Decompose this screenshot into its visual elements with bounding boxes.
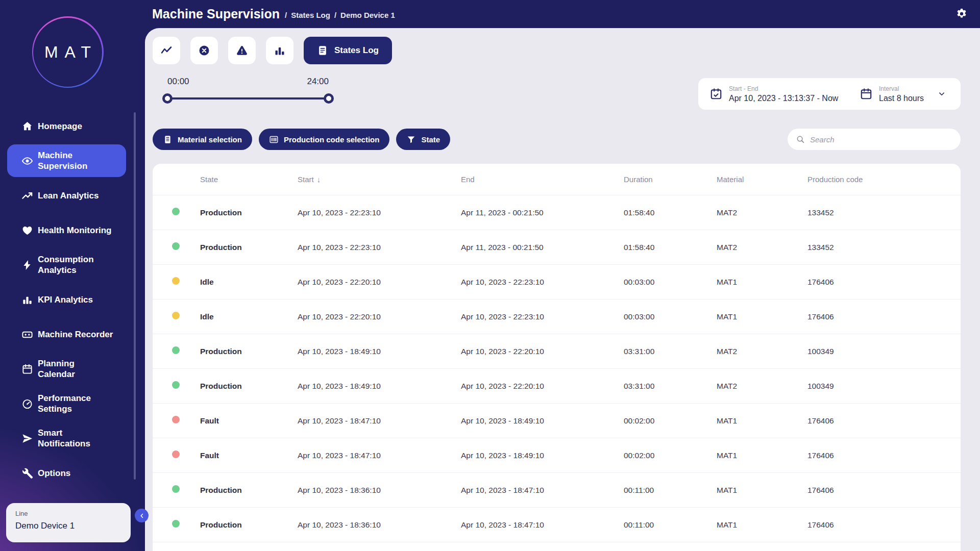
cell-duration: 00:11:00 bbox=[624, 520, 717, 530]
material-selection-button[interactable]: Material selection bbox=[153, 129, 252, 150]
calendar-icon bbox=[21, 363, 34, 375]
recorder-icon bbox=[21, 328, 34, 340]
main-content: States Log 00:00 24:00 Start - End Apr 1… bbox=[145, 28, 980, 551]
status-dot bbox=[172, 450, 180, 458]
table-header: State Start ↓ End Duration Material Prod… bbox=[153, 164, 961, 195]
warning-icon bbox=[236, 44, 248, 57]
tab-states-log[interactable]: States Log bbox=[304, 37, 392, 64]
cell-material: MAT2 bbox=[717, 243, 807, 252]
sidebar-item-health-monitoring[interactable]: Health Monitoring bbox=[7, 214, 126, 246]
cell-duration: 00:11:00 bbox=[624, 486, 717, 495]
sidebar-item-consumption-analytics[interactable]: Consumption Analytics bbox=[7, 248, 126, 281]
material-icon bbox=[163, 135, 173, 144]
column-header-start[interactable]: Start ↓ bbox=[298, 175, 461, 184]
home-icon bbox=[21, 120, 34, 132]
sidebar-item-label: Planning Calendar bbox=[38, 358, 75, 380]
trend-icon bbox=[21, 189, 34, 202]
cell-material: MAT2 bbox=[717, 382, 807, 391]
cell-state: Production bbox=[200, 243, 298, 252]
tab-states-log-label: States Log bbox=[334, 45, 379, 56]
sidebar-item-label: Consumption Analytics bbox=[38, 254, 94, 276]
interval-dropdown[interactable]: Interval Last 8 hours bbox=[860, 85, 961, 103]
search-input[interactable] bbox=[810, 135, 952, 144]
sidebar-scrollbar[interactable] bbox=[134, 112, 136, 480]
cell-duration: 00:03:00 bbox=[624, 312, 717, 321]
sidebar-item-kpi-analytics[interactable]: KPI Analytics bbox=[7, 283, 126, 316]
cell-start: Apr 10, 2023 - 18:47:10 bbox=[298, 416, 461, 425]
breadcrumb-item-device[interactable]: Demo Device 1 bbox=[340, 11, 395, 19]
sidebar-item-options[interactable]: Options bbox=[7, 457, 126, 489]
cell-material: MAT2 bbox=[717, 208, 807, 217]
logo: MAT bbox=[0, 0, 135, 88]
breadcrumb-item-states-log[interactable]: States Log bbox=[291, 11, 330, 19]
tab-charts[interactable] bbox=[266, 37, 293, 64]
tab-trend[interactable] bbox=[153, 37, 180, 64]
cell-state: Production bbox=[200, 486, 298, 495]
sidebar-item-machine-supervision[interactable]: Machine Supervision bbox=[7, 144, 126, 177]
send-icon bbox=[21, 432, 34, 444]
cell-state: Production bbox=[200, 520, 298, 530]
filters-row: Material selection Production code selec… bbox=[153, 129, 961, 150]
status-dot bbox=[172, 242, 180, 250]
sidebar: MAT Homepage Machine Supervision Lean An… bbox=[0, 0, 135, 551]
table-row: Production Apr 10, 2023 - 22:23:10 Apr 1… bbox=[153, 230, 961, 265]
status-dot bbox=[172, 312, 180, 319]
sidebar-collapse-button[interactable] bbox=[135, 509, 149, 522]
cell-end: Apr 10, 2023 - 18:49:10 bbox=[461, 451, 624, 460]
tab-warnings[interactable] bbox=[228, 37, 256, 64]
chevron-down-icon bbox=[935, 89, 948, 98]
column-header-duration[interactable]: Duration bbox=[624, 175, 717, 184]
table-row: Production Apr 10, 2023 - 18:36:10 Apr 1… bbox=[153, 508, 961, 542]
status-dot bbox=[172, 485, 180, 493]
cell-end: Apr 10, 2023 - 18:47:10 bbox=[461, 486, 624, 495]
cell-start: Apr 10, 2023 - 22:23:10 bbox=[298, 243, 461, 252]
column-header-end[interactable]: End bbox=[461, 175, 624, 184]
table-row: Fault Apr 10, 2023 - 18:47:10 Apr 10, 20… bbox=[153, 438, 961, 473]
device-selector[interactable]: Line Demo Device 1 bbox=[6, 503, 131, 542]
cell-production-code: 176406 bbox=[807, 416, 961, 425]
status-dot bbox=[172, 277, 180, 285]
sidebar-item-homepage[interactable]: Homepage bbox=[7, 110, 126, 142]
column-header-material[interactable]: Material bbox=[717, 175, 807, 184]
production-code-selection-button[interactable]: Production code selection bbox=[259, 129, 390, 150]
sidebar-item-machine-recorder[interactable]: Machine Recorder bbox=[7, 318, 126, 350]
slider-handle-start[interactable] bbox=[162, 93, 173, 104]
cell-duration: 00:02:00 bbox=[624, 451, 717, 460]
time-range-row: 00:00 24:00 Start - End Apr 10, 2023 - 1… bbox=[153, 64, 961, 129]
cell-production-code: 176406 bbox=[807, 451, 961, 460]
start-end-picker[interactable]: Start - End Apr 10, 2023 - 13:13:37 - No… bbox=[698, 85, 860, 103]
gauge-icon bbox=[21, 397, 34, 410]
chevron-left-icon bbox=[138, 512, 145, 519]
cell-material: MAT1 bbox=[717, 486, 807, 495]
status-dot bbox=[172, 520, 180, 528]
slider-handle-end[interactable] bbox=[324, 93, 334, 104]
table-row: Production Apr 10, 2023 - 18:49:10 Apr 1… bbox=[153, 334, 961, 369]
cell-state: Production bbox=[200, 208, 298, 217]
wrench-icon bbox=[21, 467, 34, 479]
cell-production-code: 133452 bbox=[807, 243, 961, 252]
sidebar-item-performance-settings[interactable]: Performance Settings bbox=[7, 387, 126, 420]
cell-duration: 00:03:00 bbox=[624, 278, 717, 287]
interval-label: Interval bbox=[879, 85, 924, 92]
sidebar-item-lean-analytics[interactable]: Lean Analytics bbox=[7, 179, 126, 212]
sidebar-item-label: Homepage bbox=[38, 121, 82, 132]
settings-gear-button[interactable] bbox=[955, 8, 968, 21]
cell-production-code: 176406 bbox=[807, 278, 961, 287]
calendar-check-icon bbox=[709, 87, 723, 101]
cell-start: Apr 10, 2023 - 18:36:10 bbox=[298, 486, 461, 495]
sidebar-item-planning-calendar[interactable]: Planning Calendar bbox=[7, 353, 126, 385]
cell-state: Fault bbox=[200, 451, 298, 460]
bolt-icon bbox=[21, 259, 34, 271]
table-body: Production Apr 10, 2023 - 22:23:10 Apr 1… bbox=[153, 195, 961, 542]
column-header-state[interactable]: State bbox=[200, 175, 298, 184]
sidebar-item-label: Health Monitoring bbox=[38, 225, 111, 236]
cell-end: Apr 10, 2023 - 22:23:10 bbox=[461, 278, 624, 287]
state-filter-button[interactable]: State bbox=[396, 129, 450, 150]
cell-duration: 03:31:00 bbox=[624, 347, 717, 356]
tab-faults[interactable] bbox=[190, 37, 218, 64]
sidebar-item-smart-notifications[interactable]: Smart Notifications bbox=[7, 422, 126, 455]
column-header-production-code[interactable]: Production code bbox=[807, 175, 961, 184]
sidebar-nav: Homepage Machine Supervision Lean Analyt… bbox=[0, 110, 135, 489]
heart-icon bbox=[21, 224, 34, 236]
date-range-card: Start - End Apr 10, 2023 - 13:13:37 - No… bbox=[698, 78, 961, 110]
